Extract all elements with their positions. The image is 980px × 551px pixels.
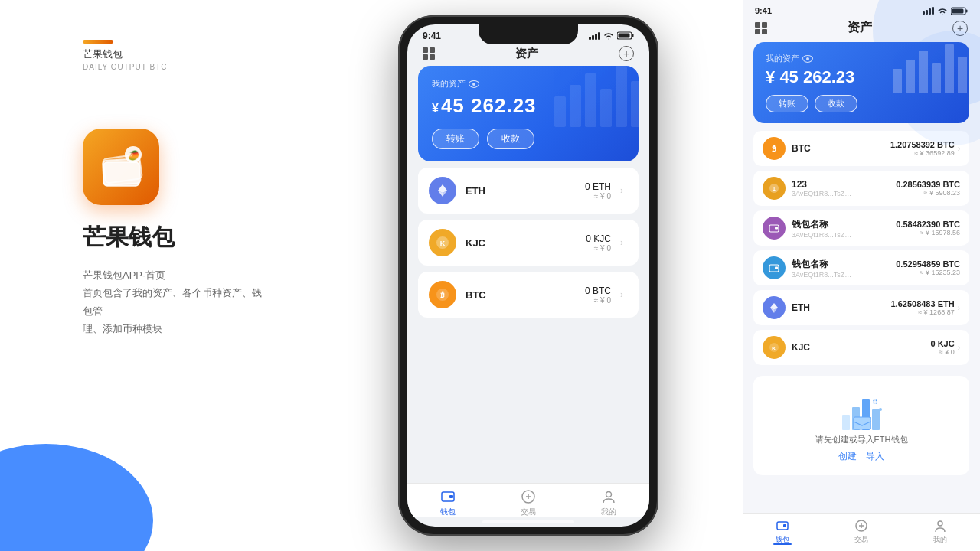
svg-rect-51 [872, 409, 880, 430]
svg-rect-35 [958, 57, 967, 93]
svg-text:₿: ₿ [440, 291, 445, 299]
svg-rect-9 [570, 85, 581, 127]
svg-rect-8 [554, 96, 566, 127]
import-link[interactable]: 导入 [866, 450, 884, 463]
phone-bottom-tabs: 钱包 交易 我的 [407, 483, 649, 517]
right-wallet2-info: 钱包名称 3AvEQt1R8...TsZ4fpaRQ [792, 258, 896, 279]
receive-button[interactable]: 收款 [487, 129, 534, 149]
right-asset-label: 我的资产 [766, 53, 957, 64]
svg-point-26 [606, 492, 612, 497]
right-grid-icon[interactable] [755, 22, 767, 34]
right-tab-transaction[interactable]: 交易 [822, 518, 900, 545]
right-wallet-tab-icon [775, 518, 790, 533]
right-eye-icon[interactable] [802, 55, 813, 63]
coin-amount-eth: 0 ETH ≈ ¥ 0 [585, 181, 611, 201]
svg-rect-42 [775, 267, 778, 269]
right-nav-title: 资产 [848, 20, 872, 36]
svg-rect-30 [893, 69, 902, 93]
right-btc-arrow: › [958, 145, 960, 153]
svg-text:K: K [772, 345, 776, 352]
brand-subtitle: DAILY OUTPUT BTC [83, 63, 167, 71]
right-eth-arrow: › [958, 304, 960, 312]
import-illustration [831, 388, 892, 434]
coin-list: ETH 0 ETH ≈ ¥ 0 › K KJC [407, 161, 649, 330]
btc-icon: ₿ [429, 281, 456, 308]
right-wallet2-amount: 0.52954859 BTC ≈ ¥ 15235.23 [896, 259, 960, 276]
transaction-tab-icon [520, 488, 537, 505]
eth-icon [429, 177, 456, 204]
coin-item-eth[interactable]: ETH 0 ETH ≈ ¥ 0 › [418, 168, 639, 214]
home-indicator [482, 520, 574, 523]
right-kjc-icon: K [763, 336, 786, 359]
status-time: 9:41 [423, 31, 441, 41]
right-tab-wallet[interactable]: 钱包 [743, 518, 822, 545]
app-icon: 🥭 [83, 129, 159, 205]
asset-card: 我的资产 ¥45 262.23 转账 收款 [418, 66, 639, 161]
right-panel: 9:41 资产 + 我的资产 [743, 0, 980, 551]
svg-point-62 [938, 521, 942, 526]
right-coin-123[interactable]: 1 123 3AvEQt1R8...TsZ4fpaRQ 0.28563939 B… [753, 171, 969, 206]
coin-arrow-kjc: › [616, 236, 628, 249]
right-receive-button[interactable]: 收款 [815, 95, 858, 112]
right-tab-indicator [773, 543, 792, 545]
decorative-blob [0, 444, 153, 551]
coin-arrow-eth: › [616, 184, 628, 197]
svg-rect-22 [449, 495, 453, 498]
right-coin-wallet1[interactable]: 钱包名称 3AvEQt1R8...TsZ4fpaRQ 0.58482390 BT… [753, 210, 969, 246]
tab-transaction-label: 交易 [521, 507, 536, 517]
coin-item-btc[interactable]: ₿ BTC 0 BTC ≈ ¥ 0 › [418, 272, 639, 318]
right-transfer-button[interactable]: 转账 [766, 95, 808, 112]
create-link[interactable]: 创建 [838, 450, 857, 463]
coin-arrow-btc: › [616, 289, 628, 301]
svg-rect-6 [632, 34, 634, 37]
svg-text:🥭: 🥭 [127, 149, 139, 161]
right-123-icon: 1 [763, 177, 786, 200]
accent-bar [83, 40, 113, 44]
phone-notch [479, 24, 578, 44]
svg-rect-13 [631, 81, 639, 127]
phone-mockup: 9:41 [398, 15, 658, 536]
right-kjc-info: KJC [792, 342, 930, 353]
right-eth-info: ETH [792, 302, 890, 313]
battery-icon [617, 31, 634, 41]
coin-info-kjc: KJC [466, 237, 586, 249]
tab-mine[interactable]: 我的 [569, 488, 649, 517]
tab-wallet[interactable]: 钱包 [407, 488, 488, 517]
kjc-icon: K [429, 229, 456, 256]
signal-icon [589, 32, 600, 40]
right-btc-icon: ₿ [763, 137, 786, 160]
asset-label: 我的资产 [432, 78, 625, 90]
right-mine-tab-label: 我的 [933, 535, 947, 545]
transfer-button[interactable]: 转账 [432, 129, 479, 149]
svg-rect-34 [945, 44, 954, 93]
phone-nav-bar: 资产 + [407, 41, 649, 66]
right-coin-list: ₿ BTC 1.20758392 BTC ≈ ¥ 36592.89 › 1 12… [743, 131, 980, 370]
coin-item-kjc[interactable]: K KJC 0 KJC ≈ ¥ 0 › [418, 220, 639, 266]
right-wallet1-info: 钱包名称 3AvEQt1R8...TsZ4fpaRQ [792, 218, 896, 239]
svg-rect-7 [619, 33, 630, 37]
svg-text:₿: ₿ [772, 145, 776, 153]
right-eth-icon [763, 296, 786, 319]
phone-nav-title: 资产 [515, 47, 538, 61]
eye-icon[interactable] [469, 80, 479, 88]
wallet-tab-icon [439, 488, 456, 505]
svg-rect-31 [906, 60, 915, 93]
right-kjc-arrow: › [958, 344, 960, 352]
right-eth-amount: 1.62508483 ETH ≈ ¥ 1268.87 [890, 299, 954, 316]
svg-rect-58 [783, 524, 786, 527]
phone-screen: 9:41 [407, 24, 649, 527]
right-tab-mine[interactable]: 我的 [901, 518, 980, 545]
brand-name-small: 芒果钱包 [83, 47, 122, 61]
grid-icon[interactable] [423, 47, 435, 60]
tab-transaction[interactable]: 交易 [488, 488, 568, 517]
right-123-info: 123 3AvEQt1R8...TsZ4fpaRQ [792, 179, 896, 197]
right-kjc-amount: 0 KJC ≈ ¥ 0 [930, 339, 954, 356]
right-transaction-tab-label: 交易 [854, 535, 868, 545]
right-coin-kjc[interactable]: K KJC 0 KJC ≈ ¥ 0 › [753, 330, 969, 365]
right-wallet1-icon [763, 217, 786, 240]
right-coin-wallet2[interactable]: 钱包名称 3AvEQt1R8...TsZ4fpaRQ 0.52954859 BT… [753, 250, 969, 285]
app-main-title: 芒果钱包 [83, 222, 175, 253]
right-coin-eth[interactable]: ETH 1.62508483 ETH ≈ ¥ 1268.87 › [753, 290, 969, 325]
add-button[interactable]: + [619, 46, 634, 61]
right-asset-card: 我的资产 ¥ 45 262.23 转账 收款 [753, 42, 969, 123]
